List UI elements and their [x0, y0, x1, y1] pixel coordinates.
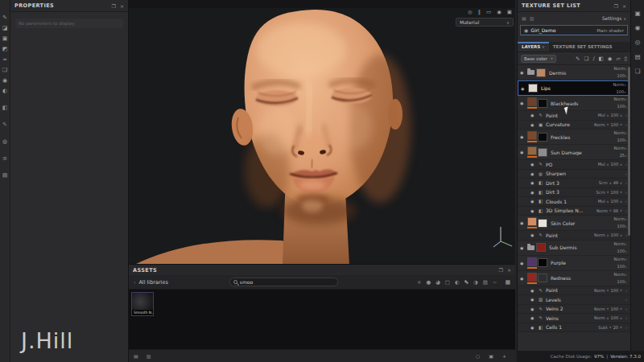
- smart-materials-filter-icon[interactable]: ◕: [436, 279, 440, 286]
- display-settings-icon[interactable]: ◎: [468, 9, 473, 15]
- blend-mode-select[interactable]: Scrn: [597, 190, 605, 195]
- viewport-mode-icon[interactable]: ▭: [486, 9, 491, 15]
- viewport-3d[interactable]: ◎‖▭◉▣ Material ∨: [129, 0, 515, 265]
- effect-row[interactable]: ◉◧Dirt 3Scrn∨100∨›: [518, 188, 630, 198]
- asset-detail-view-icon[interactable]: ▥: [147, 353, 151, 359]
- shelf-tool[interactable]: ▤: [1, 171, 10, 179]
- dock-shelf-icon[interactable]: ❏: [635, 68, 641, 75]
- list-view-icon[interactable]: ▤: [522, 15, 526, 21]
- layer-visibility-toggle[interactable]: ◉: [530, 232, 538, 237]
- blend-mode-select[interactable]: Norm∨: [613, 271, 627, 278]
- layer-row[interactable]: ◉PurpleNorm∨100∨: [518, 256, 630, 271]
- opacity-value[interactable]: 20: [613, 325, 618, 330]
- filters-filter-icon[interactable]: ◐: [455, 279, 460, 286]
- chevron-right-icon[interactable]: ›: [134, 279, 135, 285]
- effect-row[interactable]: ◉✎POMul∨100∨›: [518, 160, 630, 170]
- add-fill-layer-icon[interactable]: ◧: [599, 56, 604, 62]
- layer-row[interactable]: ◉Skin ColorNorm∨100∨: [518, 216, 630, 231]
- blend-mode-select[interactable]: Norm∨: [613, 256, 627, 263]
- viewport-display-mode-dropdown[interactable]: Material ∨: [456, 18, 514, 27]
- asset-thumbnail[interactable]: Smooth N...: [131, 292, 154, 316]
- effect-row[interactable]: ◉✎VeinsNorm∨100∨›: [518, 314, 630, 323]
- layer-visibility-toggle[interactable]: ◉: [520, 245, 527, 250]
- effect-row[interactable]: ◉◧Dirt 3Scrn∨49∨›: [518, 179, 630, 188]
- blend-mode-select[interactable]: Scrn: [599, 180, 608, 185]
- float-panel-icon[interactable]: ❐: [112, 3, 116, 9]
- blend-mode-select[interactable]: Norm∨: [613, 241, 627, 248]
- library-selector[interactable]: All libraries: [138, 279, 167, 286]
- dock-history-icon[interactable]: ▤: [634, 53, 640, 60]
- asset-search-box[interactable]: [229, 278, 338, 286]
- projection-tool[interactable]: ▣: [1, 34, 10, 43]
- layer-visibility-toggle[interactable]: ◉: [520, 70, 527, 75]
- layer-visibility-toggle[interactable]: ◉: [530, 288, 538, 293]
- smart-masks-filter-icon[interactable]: ▢: [445, 279, 450, 286]
- effect-row[interactable]: ◉▥Levels›: [518, 295, 630, 305]
- effect-row[interactable]: ◉✎PaintMul∨100∨›: [518, 111, 630, 121]
- opacity-value[interactable]: 88: [613, 208, 618, 213]
- eraser-tool[interactable]: ◪: [1, 23, 10, 32]
- effect-row[interactable]: ◉✎PaintNorm∨100∨›: [518, 286, 630, 296]
- opacity-select[interactable]: 100∨: [617, 278, 627, 286]
- float-panel-icon[interactable]: ❐: [614, 3, 618, 9]
- blend-mode-select[interactable]: Norm: [594, 232, 605, 237]
- layer-visibility-toggle[interactable]: ◉: [530, 208, 538, 213]
- layer-row[interactable]: ◉LipsNorm∨100∨: [518, 80, 630, 96]
- brush-presets-tool[interactable]: ✎: [1, 120, 10, 129]
- grid-view-icon[interactable]: ▦: [505, 279, 510, 286]
- layer-visibility-toggle[interactable]: ◉: [520, 134, 527, 139]
- opacity-value[interactable]: 100: [611, 232, 619, 237]
- texture-set-row[interactable]: ◉ Girl_Demo Main shader: [520, 25, 628, 35]
- layer-visibility-toggle[interactable]: ◉: [520, 101, 527, 105]
- layer-row[interactable]: ◉Sun DamageNorm∨25∨: [518, 145, 630, 160]
- blend-mode-select[interactable]: Norm∨: [613, 130, 627, 137]
- filter-icon[interactable]: ▥: [530, 15, 535, 21]
- quick-mask-tool[interactable]: ◐: [1, 86, 10, 95]
- layer-row[interactable]: ◉DermisNorm∨100∨: [518, 65, 630, 80]
- materials-filter-icon[interactable]: ●: [426, 279, 431, 286]
- clear-search-icon[interactable]: ×: [417, 279, 421, 286]
- opacity-value[interactable]: 100: [611, 288, 619, 293]
- stencil-tool[interactable]: ◍: [1, 137, 10, 146]
- layer-visibility-toggle[interactable]: ◉: [530, 315, 538, 320]
- layer-visibility-toggle[interactable]: ◉: [520, 220, 527, 225]
- effect-row[interactable]: ◉✎Veins 2Norm∨100∨›: [518, 305, 630, 315]
- smudge-tool[interactable]: ≈: [1, 55, 10, 64]
- blend-mode-select[interactable]: Mul: [598, 113, 605, 117]
- blend-mode-select[interactable]: Norm∨: [613, 96, 627, 103]
- blend-mode-select[interactable]: Norm: [597, 208, 608, 213]
- tab-texture-set-settings[interactable]: TEXTURE SET SETTINGS: [549, 42, 617, 51]
- add-folder-icon[interactable]: ▱: [616, 56, 620, 62]
- brushes-filter-icon[interactable]: ✎: [464, 279, 469, 286]
- add-procedural-icon[interactable]: ❏: [584, 56, 589, 62]
- layer-visibility-toggle[interactable]: ◉: [520, 261, 527, 265]
- opacity-value[interactable]: 100: [611, 199, 619, 204]
- layer-row[interactable]: ◉BlackheadsNorm∨100∨: [518, 96, 630, 111]
- blend-mode-select[interactable]: Norm: [594, 122, 605, 127]
- blend-mode-select[interactable]: Norm∨: [613, 216, 627, 223]
- asset-list-view-icon[interactable]: ▤: [134, 353, 138, 359]
- layer-row[interactable]: ◉FrecklesNorm∨100∨: [518, 130, 630, 145]
- layer-row[interactable]: ◉Sub DermisNorm∨100∨: [518, 241, 630, 256]
- close-panel-icon[interactable]: ×: [120, 3, 124, 9]
- display-options-tool[interactable]: ≡: [1, 154, 10, 162]
- effect-row[interactable]: ◉◍Sharpen›: [518, 170, 630, 179]
- add-smart-material-icon[interactable]: ◉: [608, 56, 613, 62]
- material-picker-tool[interactable]: ◉: [1, 76, 10, 84]
- blend-mode-select[interactable]: Norm: [594, 306, 605, 311]
- blend-mode-select[interactable]: Norm∨: [613, 81, 626, 88]
- opacity-value[interactable]: 49: [613, 180, 618, 185]
- opacity-value[interactable]: 100: [611, 113, 619, 117]
- close-panel-icon[interactable]: ×: [507, 267, 511, 273]
- paint-tool[interactable]: ✎: [1, 13, 10, 22]
- channel-select[interactable]: Base color ∨: [521, 55, 556, 63]
- dock-display-settings-icon[interactable]: ▣: [634, 10, 640, 17]
- polygon-fill-tool[interactable]: ◩: [1, 44, 10, 53]
- blend-mode-select[interactable]: Mul: [598, 162, 605, 167]
- opacity-value[interactable]: 100: [611, 306, 619, 311]
- alphas-filter-icon[interactable]: ◑: [473, 279, 478, 286]
- opacity-select[interactable]: 100∨: [617, 103, 627, 110]
- opacity-select[interactable]: 100∨: [617, 248, 627, 255]
- layer-row[interactable]: ◉RednessNorm∨100∨: [518, 271, 630, 286]
- fill-bucket-tool[interactable]: ◧: [1, 103, 10, 112]
